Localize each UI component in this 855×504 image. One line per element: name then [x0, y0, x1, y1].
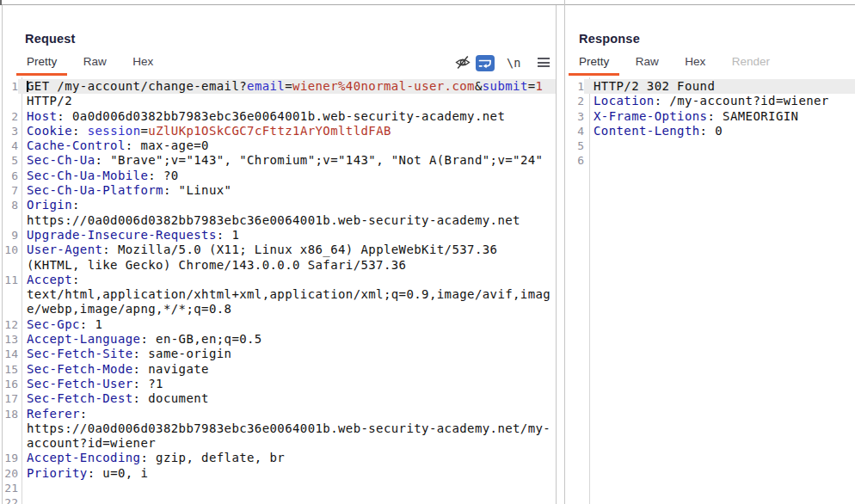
editor-row: 15Sec-Fetch-Mode: navigate [3, 362, 556, 377]
editor-row: 7Sec-Ch-Ua-Platform: "Linux" [3, 183, 556, 198]
editor-row: 13Accept-Language: en-GB,en;q=0.5 [3, 332, 556, 347]
code-line[interactable]: https://0a0d006d0382bb7983ebc36e0064001b… [18, 421, 556, 436]
response-panel-title: Response [579, 32, 640, 46]
code-line[interactable]: Sec-Fetch-Mode: navigate [18, 362, 556, 377]
code-line[interactable]: Referer: [18, 407, 556, 421]
code-line[interactable]: Host: 0a0d006d0382bb7983ebc36e0064001b.w… [18, 109, 556, 124]
code-line[interactable]: Sec-Fetch-User: ?1 [18, 377, 556, 391]
line-number: 2 [565, 94, 584, 108]
code-line[interactable]: (KHTML, like Gecko) Chrome/143.0.0.0 Saf… [18, 258, 556, 273]
code-line[interactable]: Sec-Fetch-Dest: document [18, 391, 556, 406]
code-line[interactable]: Sec-Ch-Ua-Platform: "Linux" [18, 183, 556, 198]
request-panel-title: Request [25, 32, 76, 46]
editor-row: 21 [3, 481, 556, 495]
tab-response-render: Render [722, 52, 780, 76]
editor-row: 6Sec-Ch-Ua-Mobile: ?0 [3, 169, 556, 183]
editor-menu-icon[interactable] [538, 58, 550, 70]
code-line[interactable]: Sec-Gpc: 1 [18, 317, 556, 332]
editor-row: 12Sec-Gpc: 1 [3, 317, 556, 332]
eye-off-icon[interactable] [455, 55, 471, 73]
line-number: 4 [3, 138, 18, 153]
editor-row: 2Host: 0a0d006d0382bb7983ebc36e0064001b.… [3, 109, 556, 124]
line-number: 12 [3, 317, 18, 332]
line-number: 2 [3, 109, 18, 124]
code-line[interactable]: Origin: [18, 198, 556, 212]
code-line[interactable]: User-Agent: Mozilla/5.0 (X11; Linux x86_… [18, 243, 556, 257]
line-number: 8 [3, 198, 18, 212]
code-line[interactable]: text/html,application/xhtml+xml,applicat… [18, 287, 556, 302]
code-line[interactable]: account?id=wiener [18, 436, 556, 451]
line-number: 13 [3, 332, 18, 347]
editor-row: 18Referer: [3, 407, 556, 421]
editor-row: (KHTML, like Gecko) Chrome/143.0.0.0 Saf… [3, 258, 556, 273]
request-editor[interactable]: 1GET /my-account/change-email?email=wien… [3, 77, 556, 504]
code-line[interactable]: Accept-Encoding: gzip, deflate, br [18, 451, 556, 465]
response-panel: Response Pretty Raw Hex Render 1HTTP/2 3… [564, 5, 855, 504]
editor-row: 2Location: /my-account?id=wiener [565, 94, 855, 108]
line-number: 20 [3, 466, 18, 481]
code-line[interactable] [18, 495, 556, 504]
editor-row: HTTP/2 [3, 94, 556, 108]
response-tab-bar: Pretty Raw Hex Render [569, 52, 782, 77]
line-number: 14 [3, 347, 18, 361]
code-line[interactable] [18, 481, 556, 495]
code-line[interactable]: HTTP/2 302 Found [584, 79, 855, 94]
soft-word-wrap-toggle-icon[interactable] [476, 55, 495, 71]
line-number [3, 421, 18, 436]
tab-response-pretty[interactable]: Pretty [569, 52, 619, 76]
editor-row: https://0a0d006d0382bb7983ebc36e0064001b… [3, 421, 556, 436]
code-line[interactable]: Sec-Ch-Ua-Mobile: ?0 [18, 169, 556, 183]
code-line[interactable]: Location: /my-account?id=wiener [584, 94, 855, 108]
editor-row: 8Origin: [3, 198, 556, 212]
line-number [3, 258, 18, 273]
line-number [3, 287, 18, 302]
code-line[interactable]: Upgrade-Insecure-Requests: 1 [18, 228, 556, 243]
line-number: 9 [3, 228, 18, 243]
editor-row: e/webp,image/apng,*/*;q=0.8 [3, 302, 556, 317]
line-number: 1 [3, 79, 18, 94]
editor-row: 10User-Agent: Mozilla/5.0 (X11; Linux x8… [3, 243, 556, 257]
code-line[interactable]: GET /my-account/change-email?email=wiene… [18, 79, 556, 94]
line-number: 6 [565, 153, 584, 168]
code-line[interactable]: Priority: u=0, i [18, 466, 556, 481]
code-line[interactable]: Accept: [18, 273, 556, 287]
code-line[interactable] [584, 153, 855, 168]
line-number: 3 [565, 109, 584, 124]
code-line[interactable]: X-Frame-Options: SAMEORIGIN [584, 109, 855, 124]
code-line[interactable]: Cache-Control: max-age=0 [18, 138, 556, 153]
code-line[interactable]: Sec-Fetch-Site: same-origin [18, 347, 556, 361]
editor-row: 19Accept-Encoding: gzip, deflate, br [3, 451, 556, 465]
editor-row: 3Cookie: session=uZlUKp1OSkCGC7cFttz1ArY… [3, 124, 556, 138]
code-line[interactable] [584, 138, 855, 153]
editor-row: https://0a0d006d0382bb7983ebc36e0064001b… [3, 213, 556, 228]
line-number: 10 [3, 243, 18, 257]
code-line[interactable]: e/webp,image/apng,*/*;q=0.8 [18, 302, 556, 317]
line-number: 21 [3, 481, 18, 495]
line-number [3, 213, 18, 228]
line-number [3, 436, 18, 451]
editor-row: 4Content-Length: 0 [565, 124, 855, 138]
editor-row: 5 [565, 138, 855, 153]
editor-row: 5Sec-Ch-Ua: "Brave";v="143", "Chromium";… [3, 153, 556, 168]
code-line[interactable]: Sec-Ch-Ua: "Brave";v="143", "Chromium";v… [18, 153, 556, 168]
newline-chars-toggle-icon[interactable]: \n [507, 55, 520, 71]
code-line[interactable]: Accept-Language: en-GB,en;q=0.5 [18, 332, 556, 347]
editor-row: 20Priority: u=0, i [3, 466, 556, 481]
editor-row: 4Cache-Control: max-age=0 [3, 138, 556, 153]
line-number: 6 [3, 169, 18, 183]
line-number [3, 94, 18, 108]
response-editor[interactable]: 1HTTP/2 302 Found2Location: /my-account?… [565, 77, 855, 504]
tab-response-hex[interactable]: Hex [674, 52, 716, 76]
editor-row: 17Sec-Fetch-Dest: document [3, 391, 556, 406]
line-number: 4 [565, 124, 584, 138]
code-line[interactable]: Content-Length: 0 [584, 124, 855, 138]
code-line[interactable]: Cookie: session=uZlUKp1OSkCGC7cFttz1ArYO… [18, 124, 556, 138]
editor-row: 11Accept: [3, 273, 556, 287]
request-panel: Request Pretty Raw Hex \n 1GET /my-a [2, 5, 557, 504]
line-number: 5 [565, 138, 584, 153]
editor-row: 22 [3, 495, 556, 504]
line-number: 16 [3, 377, 18, 391]
code-line[interactable]: https://0a0d006d0382bb7983ebc36e0064001b… [18, 213, 556, 228]
tab-response-raw[interactable]: Raw [625, 52, 669, 76]
code-line[interactable]: HTTP/2 [18, 94, 556, 108]
